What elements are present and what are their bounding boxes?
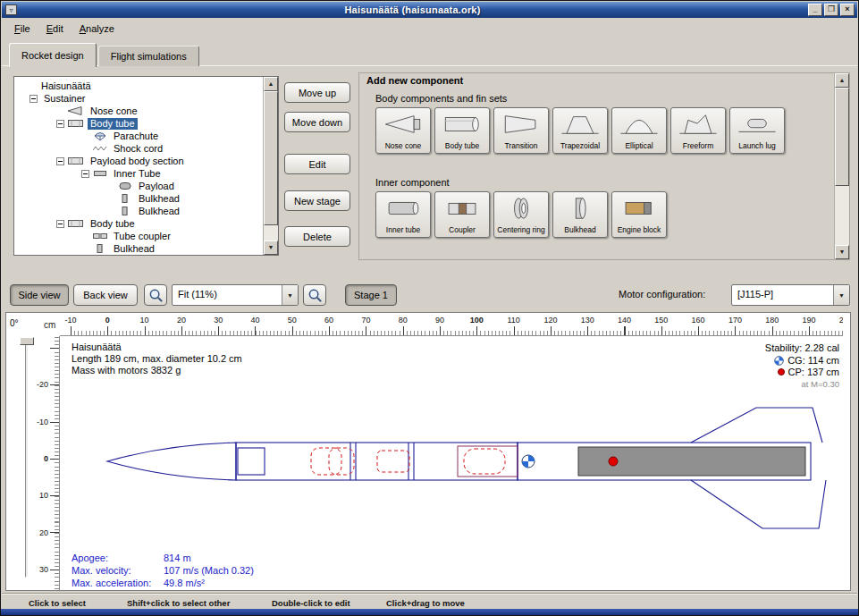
- collapse-icon[interactable]: [81, 170, 89, 178]
- body-tube-icon: [442, 112, 483, 137]
- launch-lug-icon: [737, 112, 778, 137]
- tree-item-bulkhead[interactable]: Bulkhead: [15, 192, 262, 205]
- tree-item-body-tube-2[interactable]: Body tube: [15, 217, 262, 230]
- status-hint: Click+drag to move: [386, 598, 465, 608]
- upper-fin-outline: [691, 408, 822, 443]
- add-bulkhead-button[interactable]: Bulkhead: [552, 191, 608, 238]
- status-hint: Double-click to edit: [272, 598, 350, 608]
- cp-row: CP: 137 cm: [778, 367, 839, 377]
- new-stage-button[interactable]: New stage: [284, 190, 350, 211]
- chevron-down-icon[interactable]: ▼: [833, 285, 849, 305]
- component-button-label: Coupler: [449, 226, 476, 234]
- tab-rocket-design[interactable]: Rocket design: [9, 43, 97, 67]
- collapse-icon[interactable]: [56, 120, 64, 128]
- scroll-down-icon[interactable]: ▼: [835, 245, 849, 259]
- scrollbar-thumb[interactable]: [835, 88, 849, 186]
- move-up-button[interactable]: Move up: [284, 82, 350, 103]
- collapse-icon[interactable]: [56, 157, 64, 165]
- scroll-down-icon[interactable]: ▼: [264, 240, 278, 255]
- add-panel-scrollbar[interactable]: ▲ ▼: [834, 73, 849, 259]
- bulkhead-icon: [118, 207, 132, 215]
- body-tube-outline: [236, 443, 518, 480]
- tree-item-rocket[interactable]: Haisunäätä: [15, 80, 262, 92]
- ruler-tick-label: 160: [692, 316, 705, 325]
- component-button-label: Launch lug: [738, 142, 776, 150]
- collapse-icon[interactable]: [29, 95, 38, 103]
- stage-1-toggle[interactable]: Stage 1: [345, 284, 397, 306]
- ruler-tick-label: -10: [64, 316, 76, 325]
- back-view-button[interactable]: Back view: [73, 284, 138, 306]
- tab-flight-simulations[interactable]: Flight simulations: [98, 46, 199, 66]
- tree-item-tube-coupler[interactable]: Tube coupler: [15, 230, 262, 242]
- mach-note: at M=0.30: [801, 379, 839, 389]
- tree-item-inner-tube[interactable]: Inner Tube: [15, 167, 262, 180]
- side-view-button[interactable]: Side view: [10, 284, 69, 306]
- tree-item-sustainer[interactable]: Sustainer: [15, 92, 262, 105]
- tree-item-body-tube[interactable]: Body tube: [15, 117, 262, 130]
- tree-item-parachute[interactable]: Parachute: [15, 130, 262, 142]
- component-button-label: Bulkhead: [564, 226, 595, 234]
- tree-item-bulkhead[interactable]: Bulkhead: [15, 242, 262, 254]
- add-coupler-button[interactable]: Coupler: [434, 191, 490, 238]
- menu-edit[interactable]: Edit: [39, 21, 71, 37]
- delete-button[interactable]: Delete: [284, 226, 350, 247]
- zoom-combobox[interactable]: Fit (11%) ▼: [172, 284, 299, 306]
- edit-button[interactable]: Edit: [284, 154, 350, 174]
- rotation-slider-track[interactable]: [25, 340, 29, 578]
- move-down-button[interactable]: Move down: [284, 112, 350, 132]
- magnifier-icon: [148, 288, 164, 303]
- zoom-out-button[interactable]: [303, 284, 326, 306]
- menu-analyze[interactable]: Analyze: [72, 21, 122, 37]
- rocket-name: Haisunäätä: [72, 342, 242, 353]
- chevron-down-icon[interactable]: ▼: [282, 285, 298, 305]
- parachute-outline: [311, 448, 341, 475]
- rocket-mass: Mass with motors 3832 g: [72, 365, 242, 376]
- collapse-icon[interactable]: [56, 220, 64, 228]
- menu-file[interactable]: File: [7, 21, 38, 37]
- maximize-button[interactable]: ❐: [824, 4, 838, 16]
- scroll-up-icon[interactable]: ▲: [264, 77, 278, 91]
- add-transition-button[interactable]: Transition: [493, 107, 549, 154]
- tree-item-label: Payload body section: [88, 156, 187, 167]
- tree-item-label: Nose cone: [88, 105, 140, 117]
- tree-item-bulkhead[interactable]: Bulkhead: [15, 205, 262, 217]
- component-button-label: Engine block: [618, 226, 661, 234]
- scrollbar-thumb[interactable]: [264, 91, 278, 225]
- tree-item-shock-cord[interactable]: Shock cord: [15, 142, 262, 155]
- rotation-slider-handle[interactable]: [20, 337, 34, 345]
- zoom-in-button[interactable]: [144, 284, 167, 306]
- component-button-label: Centering ring: [497, 226, 544, 234]
- add-trapezoidal-fin-button[interactable]: Trapezoidal: [552, 107, 608, 154]
- motor-configuration-combobox[interactable]: [J115-P] ▼: [731, 284, 850, 306]
- parachute-icon: [93, 131, 107, 141]
- taskbar-strip: [1, 609, 858, 615]
- title-bar[interactable]: ▿ Haisunäätä (haisunaata.ork) _ ❐ ×: [2, 2, 857, 18]
- add-inner-tube-button[interactable]: Inner tube: [375, 191, 431, 238]
- add-nose-cone-button[interactable]: Nose cone: [375, 107, 431, 154]
- add-freeform-fin-button[interactable]: Freeform: [670, 107, 726, 154]
- add-body-tube-button[interactable]: Body tube: [434, 107, 490, 154]
- tree-item-nose-cone[interactable]: Nose cone: [15, 105, 262, 117]
- bulkhead-icon: [93, 244, 107, 253]
- window-icon[interactable]: ▿: [5, 4, 17, 15]
- minimize-button[interactable]: _: [808, 4, 822, 16]
- add-elliptical-fin-button[interactable]: Elliptical: [611, 107, 667, 154]
- openrocket-window: ▿ Haisunäätä (haisunaata.ork) _ ❐ × File…: [0, 0, 859, 616]
- ruler-tick-label: 20: [39, 528, 48, 537]
- tree-item-label: Bulkhead: [111, 243, 157, 255]
- scroll-up-icon[interactable]: ▲: [835, 73, 849, 88]
- cg-value: CG: 114 cm: [787, 355, 839, 366]
- add-engine-block-button[interactable]: Engine block: [611, 191, 667, 238]
- close-button[interactable]: ×: [840, 4, 855, 16]
- tree-item-label: Parachute: [111, 131, 161, 142]
- rocket-drawing-canvas[interactable]: Haisunäätä Length 189 cm, max. diameter …: [60, 336, 848, 590]
- add-launch-lug-button[interactable]: Launch lug: [729, 107, 785, 154]
- body-tube-icon: [68, 156, 84, 165]
- add-centering-ring-button[interactable]: Centering ring: [493, 191, 549, 238]
- tree-item-payload-body-section[interactable]: Payload body section: [15, 155, 262, 167]
- tree-item-payload[interactable]: Payload: [15, 180, 262, 192]
- ruler-tick-label: 130: [581, 316, 594, 325]
- apogee-label: Apogee:: [72, 552, 164, 564]
- tree-scrollbar[interactable]: ▲ ▼: [263, 77, 278, 255]
- ruler-tick-label: 190: [802, 316, 815, 325]
